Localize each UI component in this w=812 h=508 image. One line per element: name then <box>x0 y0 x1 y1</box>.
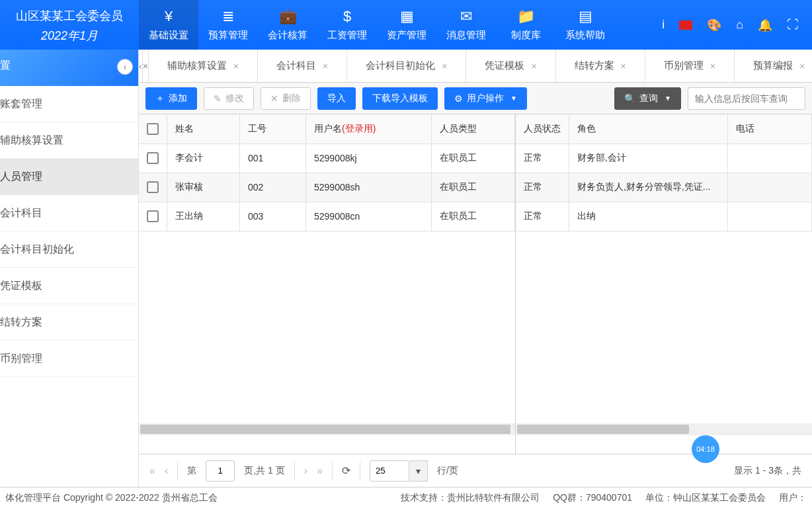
tab-close-button[interactable]: × <box>143 50 149 82</box>
page-refresh[interactable]: ⟳ <box>342 464 350 477</box>
nav-asset[interactable]: ▦资产管理 <box>377 0 436 50</box>
nav-help[interactable]: ▤系统帮助 <box>555 0 615 50</box>
app-header: 山区某某工会委会员 2022年1月 ¥基础设置 ≣预算管理 💼会计核算 $工资管… <box>0 0 812 50</box>
col-status[interactable]: 人员状态 <box>516 114 569 144</box>
close-icon[interactable]: × <box>323 61 328 71</box>
pagination-summary: 显示 1 - 3条，共 <box>734 465 801 477</box>
sidebar-item-subject-init[interactable]: 会计科目初始化 <box>0 232 138 268</box>
flag-icon[interactable] <box>679 21 692 30</box>
edit-button: ✎修改 <box>204 87 254 110</box>
sidebar-item-personnel[interactable]: 人员管理 <box>0 159 138 195</box>
page-first[interactable]: « <box>149 465 155 477</box>
main-area: ‹ × 辅助核算设置× 会计科目× 会计科目初始化× 凭证模板× 结转方案× 币… <box>139 50 812 487</box>
table-row[interactable]: 正常出纳 <box>516 202 812 231</box>
close-icon[interactable]: × <box>621 61 626 71</box>
briefcase-icon: 💼 <box>258 8 317 25</box>
nav-budget[interactable]: ≣预算管理 <box>198 0 258 50</box>
delete-icon: ✕ <box>270 93 278 104</box>
sidebar-item-voucher[interactable]: 凭证模板 <box>0 268 138 304</box>
tab-carryover[interactable]: 结转方案× <box>556 50 645 82</box>
user-ops-dropdown[interactable]: ⚙用户操作 <box>444 87 527 110</box>
book-icon: ▤ <box>555 8 615 25</box>
header-left: 山区某某工会委会员 2022年1月 <box>0 0 139 50</box>
mail-icon: ✉ <box>436 8 496 25</box>
nav-salary[interactable]: $工资管理 <box>317 0 377 50</box>
org-name: 山区某某工会委会员 <box>0 8 139 24</box>
col-name[interactable]: 姓名 <box>167 114 240 144</box>
delete-button: ✕删除 <box>261 87 311 110</box>
page-total-label: 页,共 1 页 <box>244 465 284 477</box>
page-prev[interactable]: ‹ <box>165 465 168 477</box>
download-template-button[interactable]: 下载导入模板 <box>362 87 438 110</box>
footer-copyright: 体化管理平台 Copyright © 2022-2022 贵州省总工会 <box>5 492 218 504</box>
page-last[interactable]: » <box>317 465 323 477</box>
sidebar-head-text: 置 <box>0 59 11 73</box>
sidebar-head: 置 ‹ <box>0 50 138 86</box>
row-checkbox[interactable] <box>147 152 159 164</box>
data-table-right: 人员状态 角色 电话 正常财务部,会计 正常财务负责人,财务分管领导,凭证...… <box>516 114 812 232</box>
table-row[interactable]: 正常财务部,会计 <box>516 144 812 173</box>
nav-accounting[interactable]: 💼会计核算 <box>258 0 317 50</box>
tab-subject-init[interactable]: 会计科目初始化× <box>347 50 466 82</box>
dollar-icon: $ <box>317 8 377 25</box>
tab-budget-report[interactable]: 预算编报× <box>735 50 812 82</box>
tab-voucher[interactable]: 凭证模板× <box>466 50 555 82</box>
page-size-dropdown[interactable]: ▾ <box>409 460 428 482</box>
row-checkbox[interactable] <box>147 181 159 193</box>
hscroll-right[interactable] <box>516 423 812 435</box>
nav-policy[interactable]: 📁制度库 <box>496 0 555 50</box>
bell-icon[interactable]: 🔔 <box>758 18 772 32</box>
hscroll-left[interactable] <box>139 423 515 435</box>
col-username[interactable]: 用户名(登录用) <box>306 114 432 144</box>
table-row[interactable]: 李会计0015299008kj在职员工 <box>139 144 515 173</box>
close-icon[interactable]: × <box>531 61 536 71</box>
tab-subject[interactable]: 会计科目× <box>258 50 347 82</box>
footer-tech: 技术支持：贵州比特软件有限公司 <box>401 492 540 504</box>
sidebar-item-currency[interactable]: 币别管理 <box>0 341 138 377</box>
page-next[interactable]: › <box>304 465 307 477</box>
nav-basic-settings[interactable]: ¥基础设置 <box>139 0 198 50</box>
row-checkbox[interactable] <box>147 210 159 222</box>
footer-qq: QQ群：790400701 <box>553 492 632 504</box>
footer: 体化管理平台 Copyright © 2022-2022 贵州省总工会 技术支持… <box>0 487 812 508</box>
checkbox-all[interactable] <box>147 123 159 135</box>
table-row[interactable]: 王出纳0035299008cn在职员工 <box>139 202 515 231</box>
col-phone[interactable]: 电话 <box>728 114 812 144</box>
sidebar-item-subject[interactable]: 会计科目 <box>0 195 138 232</box>
sidebar-item-carryover[interactable]: 结转方案 <box>0 304 138 341</box>
sidebar-item-account[interactable]: 账套管理 <box>0 86 138 122</box>
palette-icon[interactable]: 🎨 <box>707 18 721 32</box>
search-input[interactable] <box>688 87 805 110</box>
folder-icon: 📁 <box>496 8 555 25</box>
close-icon[interactable]: × <box>710 61 715 71</box>
page-per-label: 行/页 <box>437 465 458 477</box>
col-type[interactable]: 人员类型 <box>432 114 515 144</box>
sidebar-item-aux[interactable]: 辅助核算设置 <box>0 122 138 159</box>
close-icon[interactable]: × <box>799 61 805 71</box>
tab-aux[interactable]: 辅助核算设置× <box>149 50 258 82</box>
footer-unit: 单位：钟山区某某工会委员会 <box>645 492 766 504</box>
top-nav: ¥基础设置 ≣预算管理 💼会计核算 $工资管理 ▦资产管理 ✉消息管理 📁制度库… <box>139 0 615 50</box>
sidebar: 置 ‹ 账套管理 辅助核算设置 人员管理 会计科目 会计科目初始化 凭证模板 结… <box>0 50 139 487</box>
query-button[interactable]: 🔍查询 <box>614 87 681 110</box>
fullscreen-icon[interactable]: ⛶ <box>787 18 799 32</box>
info-icon[interactable]: i <box>662 18 665 32</box>
table-row[interactable]: 正常财务负责人,财务分管领导,凭证... <box>516 173 812 202</box>
sidebar-collapse-button[interactable]: ‹ <box>117 59 133 75</box>
table-row[interactable]: 张审核0025299008sh在职员工 <box>139 173 515 202</box>
toolbar: ＋添加 ✎修改 ✕删除 导入 下载导入模板 ⚙用户操作 🔍查询 <box>139 83 812 114</box>
page-input[interactable] <box>206 460 235 482</box>
nav-message[interactable]: ✉消息管理 <box>436 0 496 50</box>
col-role[interactable]: 角色 <box>569 114 728 144</box>
table-area: 姓名 工号 用户名(登录用) 人员类型 李会计0015299008kj在职员工 … <box>139 114 812 454</box>
settings-icon: ¥ <box>139 8 198 25</box>
add-button[interactable]: ＋添加 <box>145 87 197 110</box>
search-icon: 🔍 <box>624 93 635 104</box>
tab-currency[interactable]: 币别管理× <box>645 50 735 82</box>
close-icon[interactable]: × <box>442 61 447 71</box>
import-button[interactable]: 导入 <box>317 87 356 110</box>
close-icon[interactable]: × <box>233 61 239 71</box>
page-size-select[interactable] <box>370 460 409 482</box>
home-icon[interactable]: ⌂ <box>736 18 743 32</box>
col-empno[interactable]: 工号 <box>240 114 306 144</box>
